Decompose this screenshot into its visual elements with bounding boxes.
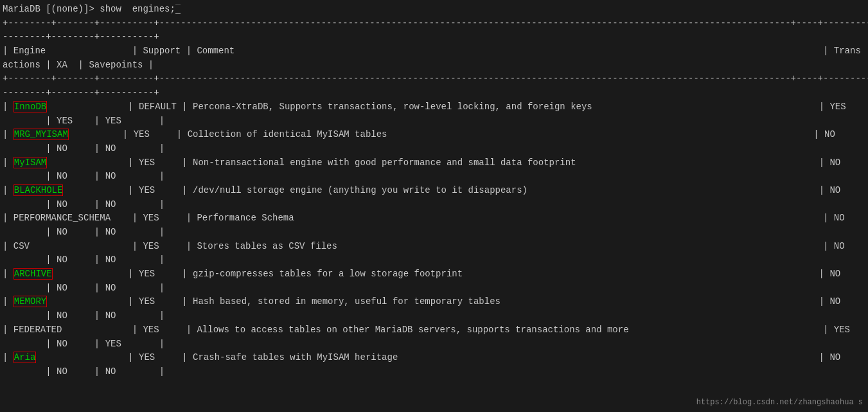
row-blackhole-2: | NO | NO | [0, 198, 868, 212]
row-aria-1: | Aria | YES | Crash-safe tables with My… [0, 351, 868, 365]
row-mrg-myisam-1: | MRG_MYISAM | YES | Collection of ident… [0, 128, 868, 142]
engine-aria: Aria [13, 352, 37, 363]
row-memory-2: | NO | NO | [0, 309, 868, 323]
row-federated-1: | FEDERATED | YES | Allows to access tab… [0, 323, 868, 337]
watermark: https://blog.csdn.net/zhangshaohua s [696, 397, 863, 408]
engine-mrg-myisam: MRG_MYISAM [13, 129, 69, 140]
row-innodb-2: | YES | YES | [0, 114, 868, 129]
row-csv-2: | NO | NO | [0, 253, 868, 267]
row-performance-schema-1: | PERFORMANCE_SCHEMA | YES | Performance… [0, 211, 868, 226]
row-blackhole-1: | BLACKHOLE | YES | /dev/null storage en… [0, 184, 868, 198]
row-federated-2: | NO | YES | [0, 337, 868, 352]
row-performance-schema-2: | NO | NO | [0, 226, 868, 240]
divider-header-bottom1: +--------+-------+----------+-----------… [0, 72, 868, 86]
row-mrg-myisam-2: | NO | NO | [0, 142, 868, 156]
row-myisam-1: | MyISAM | YES | Non-transactional engin… [0, 156, 868, 170]
engine-innodb: InnoDB [13, 101, 47, 112]
divider-top: +--------+-------+----------+-----------… [0, 17, 868, 31]
prompt-line: MariaDB [(none)]> show engines;█ [0, 3, 868, 17]
header-row2: actions | XA | Savepoints | [0, 58, 868, 73]
row-archive-2: | NO | NO | [0, 282, 868, 296]
row-archive-1: | ARCHIVE | YES | gzip-compresses tables… [0, 267, 868, 282]
row-csv-1: | CSV | YES | Stores tables as CSV files… [0, 240, 868, 254]
row-innodb-1: | InnoDB | DEFAULT | Percona-XtraDB, Sup… [0, 100, 868, 114]
divider-top2: --------+--------+----------+ [0, 30, 868, 44]
engine-blackhole: BLACKHOLE [13, 184, 64, 196]
engine-myisam: MyISAM [13, 157, 47, 168]
terminal-window: MariaDB [(none)]> show engines;█ +------… [0, 0, 868, 412]
row-myisam-2: | NO | NO | [0, 170, 868, 184]
row-memory-1: | MEMORY | YES | Hash based, stored in m… [0, 295, 868, 309]
divider-header-bottom2: --------+--------+----------+ [0, 86, 868, 100]
engine-memory: MEMORY [13, 296, 47, 307]
row-aria-2: | NO | NO | [0, 365, 868, 379]
engine-archive: ARCHIVE [13, 268, 53, 280]
header-row1: | Engine | Support | Comment | Trans [0, 44, 868, 58]
